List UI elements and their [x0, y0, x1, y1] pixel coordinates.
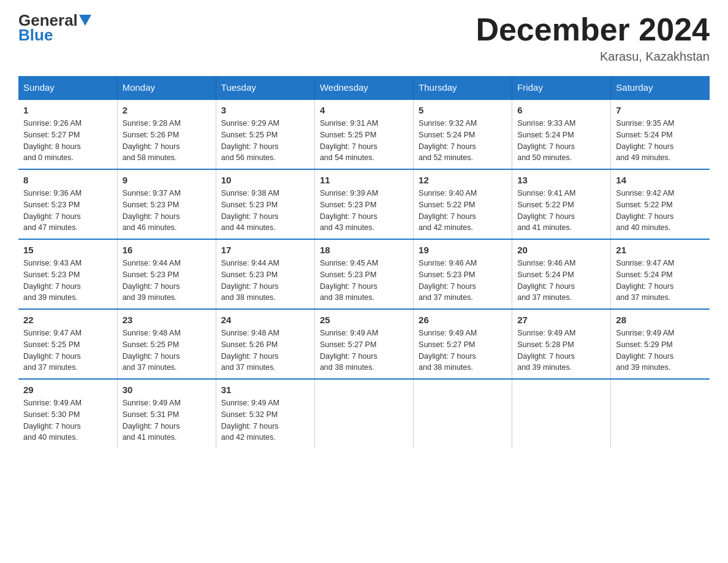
day-number: 19: [419, 245, 507, 255]
calendar-cell: 3 Sunrise: 9:29 AMSunset: 5:25 PMDayligh…: [216, 99, 314, 169]
day-number: 15: [23, 245, 112, 255]
calendar-cell: 22 Sunrise: 9:47 AMSunset: 5:25 PMDaylig…: [18, 309, 117, 379]
day-info: Sunrise: 9:39 AMSunset: 5:23 PMDaylight:…: [320, 188, 408, 234]
logo-blue-text: Blue: [18, 27, 93, 43]
calendar-cell: 24 Sunrise: 9:48 AMSunset: 5:26 PMDaylig…: [216, 309, 314, 379]
day-info: Sunrise: 9:47 AMSunset: 5:24 PMDaylight:…: [616, 258, 705, 304]
day-info: Sunrise: 9:48 AMSunset: 5:26 PMDaylight:…: [221, 327, 309, 373]
calendar-cell: 21 Sunrise: 9:47 AMSunset: 5:24 PMDaylig…: [611, 239, 710, 309]
page-header: General Blue December 2024 Karasu, Kazak…: [18, 12, 710, 64]
calendar-cell: [414, 379, 512, 448]
day-info: Sunrise: 9:49 AMSunset: 5:29 PMDaylight:…: [616, 327, 705, 373]
day-number: 16: [123, 245, 211, 255]
day-number: 23: [123, 315, 211, 325]
day-number: 26: [419, 315, 507, 325]
day-number: 1: [23, 105, 112, 115]
day-info: Sunrise: 9:36 AMSunset: 5:23 PMDaylight:…: [23, 188, 112, 234]
day-info: Sunrise: 9:41 AMSunset: 5:22 PMDaylight:…: [517, 188, 605, 234]
calendar-cell: 7 Sunrise: 9:35 AMSunset: 5:24 PMDayligh…: [611, 99, 710, 169]
calendar-cell: 8 Sunrise: 9:36 AMSunset: 5:23 PMDayligh…: [18, 169, 117, 239]
logo-triangle-icon: [79, 15, 91, 26]
day-number: 25: [320, 315, 408, 325]
calendar-cell: 23 Sunrise: 9:48 AMSunset: 5:25 PMDaylig…: [117, 309, 216, 379]
calendar-header-thursday: Thursday: [414, 76, 512, 99]
day-info: Sunrise: 9:42 AMSunset: 5:22 PMDaylight:…: [616, 188, 705, 234]
day-number: 20: [517, 245, 605, 255]
calendar-cell: 13 Sunrise: 9:41 AMSunset: 5:22 PMDaylig…: [512, 169, 611, 239]
day-number: 22: [23, 315, 112, 325]
calendar-cell: 14 Sunrise: 9:42 AMSunset: 5:22 PMDaylig…: [611, 169, 710, 239]
day-info: Sunrise: 9:31 AMSunset: 5:25 PMDaylight:…: [320, 118, 408, 164]
day-info: Sunrise: 9:37 AMSunset: 5:23 PMDaylight:…: [123, 188, 211, 234]
day-info: Sunrise: 9:38 AMSunset: 5:23 PMDaylight:…: [221, 188, 309, 234]
calendar-table: SundayMondayTuesdayWednesdayThursdayFrid…: [18, 76, 710, 448]
day-info: Sunrise: 9:35 AMSunset: 5:24 PMDaylight:…: [616, 118, 705, 164]
day-number: 17: [221, 245, 309, 255]
day-info: Sunrise: 9:49 AMSunset: 5:28 PMDaylight:…: [517, 327, 605, 373]
day-number: 31: [221, 385, 309, 395]
day-info: Sunrise: 9:28 AMSunset: 5:26 PMDaylight:…: [123, 118, 211, 164]
day-number: 6: [517, 105, 605, 115]
day-info: Sunrise: 9:44 AMSunset: 5:23 PMDaylight:…: [221, 258, 309, 304]
calendar-header-tuesday: Tuesday: [216, 76, 314, 99]
calendar-cell: 29 Sunrise: 9:49 AMSunset: 5:30 PMDaylig…: [18, 379, 117, 448]
day-info: Sunrise: 9:49 AMSunset: 5:31 PMDaylight:…: [123, 397, 211, 443]
calendar-cell: 12 Sunrise: 9:40 AMSunset: 5:22 PMDaylig…: [414, 169, 512, 239]
calendar-cell: 25 Sunrise: 9:49 AMSunset: 5:27 PMDaylig…: [314, 309, 413, 379]
day-info: Sunrise: 9:44 AMSunset: 5:23 PMDaylight:…: [123, 258, 211, 304]
day-number: 18: [320, 245, 408, 255]
day-number: 8: [23, 175, 112, 185]
logo: General Blue: [18, 12, 93, 43]
calendar-cell: 31 Sunrise: 9:49 AMSunset: 5:32 PMDaylig…: [216, 379, 314, 448]
day-number: 24: [221, 315, 309, 325]
calendar-week-row: 22 Sunrise: 9:47 AMSunset: 5:25 PMDaylig…: [18, 309, 710, 379]
day-info: Sunrise: 9:49 AMSunset: 5:32 PMDaylight:…: [221, 397, 309, 443]
day-number: 3: [221, 105, 309, 115]
calendar-week-row: 8 Sunrise: 9:36 AMSunset: 5:23 PMDayligh…: [18, 169, 710, 239]
calendar-cell: 16 Sunrise: 9:44 AMSunset: 5:23 PMDaylig…: [117, 239, 216, 309]
calendar-cell: 6 Sunrise: 9:33 AMSunset: 5:24 PMDayligh…: [512, 99, 611, 169]
calendar-cell: 10 Sunrise: 9:38 AMSunset: 5:23 PMDaylig…: [216, 169, 314, 239]
calendar-cell: 28 Sunrise: 9:49 AMSunset: 5:29 PMDaylig…: [611, 309, 710, 379]
day-number: 30: [123, 385, 211, 395]
day-number: 27: [517, 315, 605, 325]
calendar-week-row: 29 Sunrise: 9:49 AMSunset: 5:30 PMDaylig…: [18, 379, 710, 448]
day-info: Sunrise: 9:40 AMSunset: 5:22 PMDaylight:…: [419, 188, 507, 234]
day-info: Sunrise: 9:26 AMSunset: 5:27 PMDaylight:…: [23, 118, 112, 164]
calendar-header-row: SundayMondayTuesdayWednesdayThursdayFrid…: [18, 76, 710, 99]
calendar-header-sunday: Sunday: [18, 76, 117, 99]
calendar-cell: [512, 379, 611, 448]
calendar-header-wednesday: Wednesday: [314, 76, 413, 99]
calendar-cell: 30 Sunrise: 9:49 AMSunset: 5:31 PMDaylig…: [117, 379, 216, 448]
calendar-week-row: 15 Sunrise: 9:43 AMSunset: 5:23 PMDaylig…: [18, 239, 710, 309]
day-info: Sunrise: 9:49 AMSunset: 5:27 PMDaylight:…: [419, 327, 507, 373]
day-info: Sunrise: 9:33 AMSunset: 5:24 PMDaylight:…: [517, 118, 605, 164]
day-info: Sunrise: 9:49 AMSunset: 5:30 PMDaylight:…: [23, 397, 112, 443]
month-title: December 2024: [476, 12, 710, 47]
calendar-week-row: 1 Sunrise: 9:26 AMSunset: 5:27 PMDayligh…: [18, 99, 710, 169]
calendar-cell: 20 Sunrise: 9:46 AMSunset: 5:24 PMDaylig…: [512, 239, 611, 309]
day-number: 12: [419, 175, 507, 185]
calendar-cell: [611, 379, 710, 448]
day-info: Sunrise: 9:46 AMSunset: 5:24 PMDaylight:…: [517, 258, 605, 304]
title-section: December 2024 Karasu, Kazakhstan: [476, 12, 710, 64]
calendar-cell: 11 Sunrise: 9:39 AMSunset: 5:23 PMDaylig…: [314, 169, 413, 239]
calendar-cell: 2 Sunrise: 9:28 AMSunset: 5:26 PMDayligh…: [117, 99, 216, 169]
day-number: 13: [517, 175, 605, 185]
day-number: 29: [23, 385, 112, 395]
calendar-cell: 15 Sunrise: 9:43 AMSunset: 5:23 PMDaylig…: [18, 239, 117, 309]
day-number: 9: [123, 175, 211, 185]
location-label: Karasu, Kazakhstan: [476, 50, 710, 64]
calendar-cell: 17 Sunrise: 9:44 AMSunset: 5:23 PMDaylig…: [216, 239, 314, 309]
day-number: 28: [616, 315, 705, 325]
day-info: Sunrise: 9:49 AMSunset: 5:27 PMDaylight:…: [320, 327, 408, 373]
calendar-cell: 18 Sunrise: 9:45 AMSunset: 5:23 PMDaylig…: [314, 239, 413, 309]
day-info: Sunrise: 9:45 AMSunset: 5:23 PMDaylight:…: [320, 258, 408, 304]
calendar-cell: 5 Sunrise: 9:32 AMSunset: 5:24 PMDayligh…: [414, 99, 512, 169]
day-number: 4: [320, 105, 408, 115]
calendar-cell: 26 Sunrise: 9:49 AMSunset: 5:27 PMDaylig…: [414, 309, 512, 379]
calendar-header-friday: Friday: [512, 76, 611, 99]
calendar-header-saturday: Saturday: [611, 76, 710, 99]
day-info: Sunrise: 9:29 AMSunset: 5:25 PMDaylight:…: [221, 118, 309, 164]
day-number: 5: [419, 105, 507, 115]
